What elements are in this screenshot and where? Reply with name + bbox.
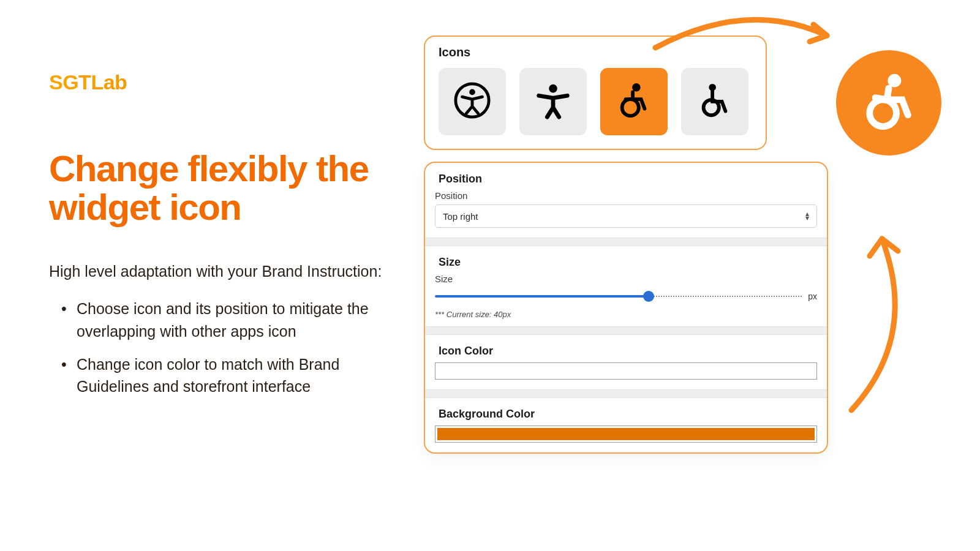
icon-option-wheelchair-active[interactable] [600,68,668,135]
arrow-top-icon [649,11,845,60]
svg-point-8 [870,100,897,127]
icon-option-accessibility-circle[interactable] [439,68,506,135]
bg-color-swatch [437,428,815,440]
position-section-title: Position [425,163,827,190]
select-caret-icon: ▴▾ [805,212,809,220]
page-headline: Change flexibly the widget icon [49,149,392,227]
svg-point-1 [469,89,475,96]
size-section-title: Size [425,246,827,274]
size-hint: *** Current size: 40px [435,310,817,319]
svg-point-4 [622,99,639,116]
icon-options-row [439,68,752,135]
icon-color-swatch [437,365,815,377]
size-slider[interactable] [435,294,803,299]
brand-logo: SGTLab [49,70,392,94]
svg-point-2 [549,84,557,93]
divider [425,238,827,246]
position-select-value: Top right [443,211,478,222]
settings-panel: Position Position Top right ▴▾ Size Size… [424,162,828,454]
icon-option-accessibility-figure[interactable] [519,68,587,135]
position-field-label: Position [425,190,827,204]
slider-thumb[interactable] [643,291,654,302]
slider-fill [435,295,649,298]
svg-point-3 [632,83,641,92]
accessibility-circle-icon [453,81,491,122]
feature-bullets: Choose icon and its position to mitigate… [49,298,392,397]
icon-color-section-title: Icon Color [425,335,827,362]
icon-option-wheelchair[interactable] [681,68,748,135]
icon-color-input[interactable] [435,362,817,380]
arrow-side-icon [839,227,919,416]
size-field-label: Size [435,274,817,288]
size-unit-label: px [808,291,817,301]
wheelchair-icon [696,81,734,122]
divider [425,326,827,335]
wheelchair-active-icon [615,81,653,122]
accessibility-figure-icon [534,81,572,122]
bullet-item: Choose icon and its position to mitigate… [77,298,392,342]
bg-color-section-title: Background Color [425,398,827,425]
bg-color-input[interactable] [435,425,817,443]
wheelchair-active-icon [858,71,919,135]
position-select[interactable]: Top right ▴▾ [435,204,817,228]
widget-preview-badge [836,50,941,156]
bullet-item: Change icon color to match with Brand Gu… [77,353,392,398]
divider [425,389,827,398]
lead-text: High level adaptation with your Brand In… [49,260,392,282]
